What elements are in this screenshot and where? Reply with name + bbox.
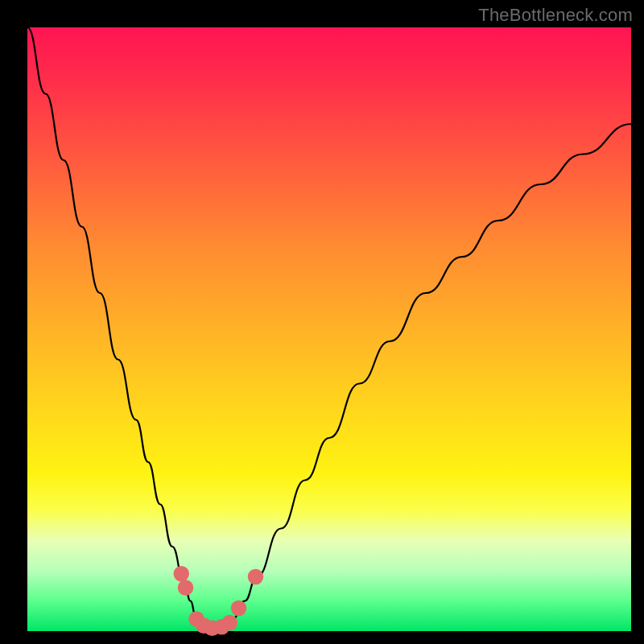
curves — [27, 27, 631, 630]
marker-point — [231, 601, 247, 617]
watermark-text: TheBottleneck.com — [478, 5, 633, 26]
plot-area — [27, 27, 631, 631]
curve-right-arm — [233, 124, 631, 619]
marker-point — [248, 569, 264, 585]
marker-point — [178, 580, 194, 596]
markers — [174, 566, 264, 636]
curve-left-arm — [27, 27, 196, 619]
marker-point — [222, 615, 238, 631]
chart-svg — [27, 27, 631, 631]
marker-point — [174, 566, 190, 582]
